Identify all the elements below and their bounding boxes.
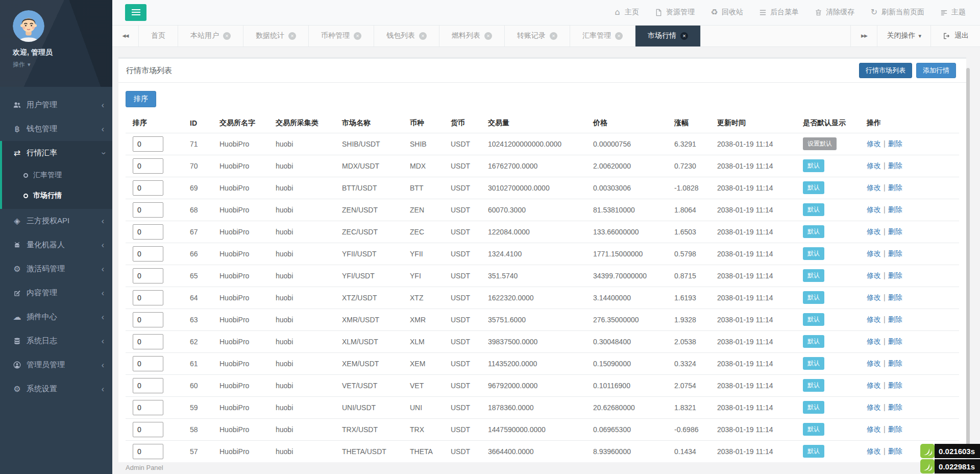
- sort-button[interactable]: 排序: [126, 91, 156, 107]
- delete-link[interactable]: 删除: [888, 205, 902, 214]
- sidebar-link-activation-code[interactable]: ⚙激活码管理‹: [2, 257, 112, 281]
- edit-link[interactable]: 修改: [867, 403, 881, 411]
- scrollbar[interactable]: [966, 68, 970, 448]
- tab-market-quote[interactable]: 市场行情×: [635, 26, 701, 46]
- default-display-badge[interactable]: 默认: [803, 181, 824, 194]
- sort-input[interactable]: [133, 334, 163, 349]
- sidebar-toggle-button[interactable]: [125, 4, 146, 21]
- sort-input[interactable]: [133, 444, 163, 459]
- delete-link[interactable]: 删除: [888, 315, 902, 323]
- topbar-link-refresh-page[interactable]: ↻刷新当前页面: [870, 8, 924, 17]
- tab-rate-manage[interactable]: 汇率管理×: [570, 26, 635, 46]
- tab-close-icon[interactable]: ×: [615, 32, 623, 40]
- edit-link[interactable]: 修改: [867, 205, 881, 214]
- debug-time-badge[interactable]: 0.021603s: [920, 444, 980, 458]
- delete-link[interactable]: 删除: [888, 359, 902, 367]
- edit-link[interactable]: 修改: [867, 381, 881, 389]
- default-display-badge[interactable]: 默认: [803, 335, 824, 348]
- sidebar-subitem-market-quote[interactable]: 市场行情: [2, 185, 112, 206]
- profile-action-dropdown[interactable]: 操作 ▾: [13, 60, 31, 69]
- sidebar-link-plugin-center[interactable]: ☁插件中心‹: [2, 305, 112, 329]
- sidebar-link-wallet[interactable]: ฿钱包管理‹: [2, 117, 112, 141]
- default-display-badge[interactable]: 默认: [803, 401, 824, 414]
- default-display-badge[interactable]: 默认: [803, 423, 824, 436]
- delete-link[interactable]: 删除: [888, 447, 902, 455]
- sort-input[interactable]: [133, 136, 163, 152]
- tab-close-icon[interactable]: ×: [288, 32, 296, 40]
- default-display-badge[interactable]: 默认: [803, 225, 824, 238]
- delete-link[interactable]: 删除: [888, 161, 902, 170]
- tab-close-icon[interactable]: ×: [419, 32, 427, 40]
- debug-time-badge[interactable]: 0.022981s: [920, 459, 980, 473]
- tab-close-icon[interactable]: ×: [223, 32, 231, 40]
- sidebar-link-content-manage[interactable]: 内容管理‹: [2, 281, 112, 305]
- sort-input[interactable]: [133, 378, 163, 393]
- avatar[interactable]: [13, 10, 44, 42]
- sort-input[interactable]: [133, 422, 163, 437]
- delete-link[interactable]: 删除: [888, 425, 902, 433]
- delete-link[interactable]: 删除: [888, 271, 902, 279]
- tab-data-stats[interactable]: 数据统计×: [243, 26, 309, 46]
- market-list-button[interactable]: 行情市场列表: [859, 63, 912, 78]
- tab-close-icon[interactable]: ×: [680, 32, 688, 40]
- topbar-link-resource-manage[interactable]: 资源管理: [654, 8, 695, 17]
- sort-input[interactable]: [133, 268, 163, 283]
- edit-link[interactable]: 修改: [867, 293, 881, 301]
- sort-input[interactable]: [133, 312, 163, 327]
- sidebar-link-quant-robot[interactable]: 量化机器人‹: [2, 233, 112, 257]
- delete-link[interactable]: 删除: [888, 381, 902, 389]
- close-actions-dropdown[interactable]: 关闭操作 ▾: [877, 26, 930, 46]
- tab-close-icon[interactable]: ×: [354, 32, 361, 40]
- tab-close-icon[interactable]: ×: [550, 32, 557, 40]
- sidebar-subitem-rate-manage[interactable]: 汇率管理: [2, 165, 112, 185]
- default-display-badge[interactable]: 默认: [803, 379, 824, 392]
- tab-fuel-list[interactable]: 燃料列表×: [439, 26, 505, 46]
- tab-site-users[interactable]: 本站用户×: [178, 26, 243, 46]
- sort-input[interactable]: [133, 158, 163, 174]
- edit-link[interactable]: 修改: [867, 359, 881, 367]
- sort-input[interactable]: [133, 246, 163, 262]
- sidebar-link-system-log[interactable]: 系统日志‹: [2, 329, 112, 353]
- default-display-badge[interactable]: 默认: [803, 159, 824, 172]
- sidebar-link-users[interactable]: 用户管理‹: [2, 93, 112, 117]
- logout-button[interactable]: 退出: [930, 26, 980, 46]
- tab-coin-manage[interactable]: 币种管理×: [309, 26, 374, 46]
- tab-close-icon[interactable]: ×: [484, 32, 492, 40]
- sort-input[interactable]: [133, 202, 163, 218]
- edit-link[interactable]: 修改: [867, 425, 881, 433]
- delete-link[interactable]: 删除: [888, 337, 902, 345]
- tab-home[interactable]: 首页: [139, 26, 178, 46]
- default-display-badge[interactable]: 设置默认: [803, 137, 837, 150]
- sort-input[interactable]: [133, 290, 163, 305]
- edit-link[interactable]: 修改: [867, 183, 881, 192]
- edit-link[interactable]: 修改: [867, 271, 881, 279]
- default-display-badge[interactable]: 默认: [803, 269, 824, 282]
- sort-input[interactable]: [133, 180, 163, 196]
- add-market-button[interactable]: 添加行情: [916, 63, 956, 78]
- tabs-scroll-right-button[interactable]: ▶▶: [850, 26, 877, 46]
- default-display-badge[interactable]: 默认: [803, 247, 824, 260]
- default-display-badge[interactable]: 默认: [803, 445, 824, 458]
- edit-link[interactable]: 修改: [867, 447, 881, 455]
- topbar-link-recycle-bin[interactable]: ♻回收站: [710, 8, 743, 17]
- edit-link[interactable]: 修改: [867, 227, 881, 235]
- edit-link[interactable]: 修改: [867, 315, 881, 323]
- default-display-badge[interactable]: 默认: [803, 291, 824, 304]
- tab-wallet-list[interactable]: 钱包列表×: [374, 26, 439, 46]
- topbar-link-home[interactable]: ⌂主页: [613, 8, 639, 17]
- delete-link[interactable]: 删除: [888, 249, 902, 257]
- topbar-link-theme[interactable]: 主题: [940, 8, 966, 17]
- sort-input[interactable]: [133, 224, 163, 240]
- sidebar-link-market-rate[interactable]: ⇄行情汇率‹: [2, 141, 112, 165]
- edit-link[interactable]: 修改: [867, 139, 881, 148]
- sidebar-link-api-auth[interactable]: ◈三方授权API‹: [2, 209, 112, 233]
- sort-input[interactable]: [133, 400, 163, 415]
- delete-link[interactable]: 删除: [888, 403, 902, 411]
- sidebar-link-system-setting[interactable]: ⚙系统设置‹: [2, 377, 112, 401]
- delete-link[interactable]: 删除: [888, 183, 902, 192]
- default-display-badge[interactable]: 默认: [803, 357, 824, 370]
- topbar-link-backend-menu[interactable]: 后台菜单: [758, 8, 799, 17]
- sidebar-link-admin-manage[interactable]: 管理员管理‹: [2, 353, 112, 377]
- tab-transfer-records[interactable]: 转账记录×: [505, 26, 570, 46]
- topbar-link-clear-cache[interactable]: 清除缓存: [814, 8, 854, 17]
